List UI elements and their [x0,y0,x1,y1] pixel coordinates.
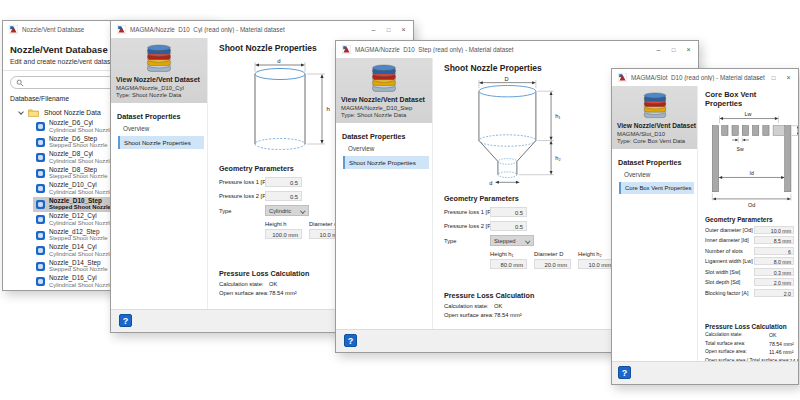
parameter-value-field[interactable]: 2.0 [754,289,794,297]
tree-item-text: Nozzle_D10_Step Stepped Shoot Nozzle [49,198,111,211]
dataset-path: MAGMA/Nozzle_D10_Cyl [116,85,202,91]
dimension-label: Height h₂ [578,251,615,257]
calc-value: OK [769,332,794,338]
close-button[interactable]: × [396,21,411,38]
dimension-value-field[interactable]: 80.0 mm [490,259,527,269]
nav-group-overview: Overview [123,125,207,132]
tree-item-desc: Stepped Shoot Nozzle [49,143,108,149]
parameter-value-field[interactable]: 10.0 mm [754,226,794,234]
tree-item-desc: Stepped Shoot Nozzle [49,236,108,242]
parameter-value-field[interactable]: 6 [754,247,794,255]
nav-section-heading: Dataset Properties [342,132,426,141]
calc-row: Calculation state: OK [705,332,794,338]
help-button[interactable]: ? [344,334,357,347]
parameter-label: Type [219,208,265,214]
nav-group-overview: Overview [348,145,432,152]
tree-item-desc: Cylindrical Shoot Nozzle [49,128,113,134]
calc-row: Total surface area: 78.54 mm² [705,341,794,347]
search-icon [16,79,24,87]
sidebar-header: View Nozzle/Vent Dataset MAGMA/Nozzle_D1… [111,38,207,103]
nav-item-shoot-nozzle-properties[interactable]: Shoot Nozzle Properties [118,136,204,149]
calc-label: Open surface area: [705,349,747,355]
tree-item-name: Nozzle_D10_Cyl [49,182,113,188]
window-slot-d10: MAGMA/Slot_D10 (read only) - Material da… [611,68,799,385]
dim-label-d: d [489,180,492,186]
pressure-loss-calculation: Pressure Loss Calculation Calculation st… [705,323,794,362]
parameter-value-field[interactable]: 8.0 mm [754,257,794,265]
nav-item-core-box-vent-properties[interactable]: Core Box Vent Properties [619,182,694,194]
maximize-button[interactable]: □ [381,21,396,38]
help-button[interactable]: ? [119,314,132,327]
type-dropdown[interactable]: Stepped [490,235,534,246]
dataset-icon [36,138,45,147]
dataset-type: Type: Shoot Nozzle Data [341,112,427,118]
core-box-vent-diagram: Lw Sd Sw Id Od [707,111,798,210]
page-heading: Core Box Vent Properties [705,90,794,108]
dataset-icon [36,262,45,271]
maximize-button[interactable]: □ [766,69,781,86]
calc-value: 78.54 mm² [769,341,794,347]
parameter-value-field[interactable]: 2.0 mm [754,278,794,286]
tree-item-name: Nozzle_D14_Cyl [49,244,113,250]
tree-item-desc: Cylindrical Shoot Nozzle [49,283,113,289]
database-stack-icon [640,92,670,119]
dimension-value-field[interactable]: 20.0 mm [534,259,571,269]
minimize-button[interactable]: – [366,21,381,38]
dimension-value-field[interactable]: 100.0 mm [265,229,302,239]
close-button[interactable]: × [681,41,696,58]
tree-item-name: Nozzle_D12_Cyl [49,213,113,219]
dim-label-lw: Lw [745,111,752,117]
geometry-parameter-row: Outer diameter [Od] 10.0 mm [705,226,794,234]
tree-item-name: Nozzle_D6_Cyl [49,120,113,126]
parameter-label: Number of slots [705,248,754,254]
parameter-label: Pressure loss 2 [PL2] [219,193,265,199]
dimension-value-field[interactable]: 10.0 mm [578,259,615,269]
dataset-icon [36,246,45,255]
parameter-value-field[interactable]: 8.5 mm [754,236,794,244]
minimize-button[interactable]: – [651,41,666,58]
desktop: { "colors": { "accent_blue": "#1b66c9", … [0,0,800,400]
dim-label-h1: h₁ [555,113,560,119]
parameter-value-field[interactable]: 0.3 mm [754,268,794,276]
calc-value: 78.54 mm² [269,290,297,296]
pl2-field[interactable]: 0.5 [490,221,527,231]
calc-rows: Calculation state: OK Total surface area… [705,332,794,361]
tree-item-text: Nozzle_D14_Cyl Cylindrical Shoot Nozzle [49,244,113,257]
cylindric-nozzle-diagram: d h [225,58,343,158]
close-button[interactable]: × [781,69,796,86]
titlebar[interactable]: MAGMA/Slot_D10 (read only) - Material da… [612,69,798,86]
maximize-button[interactable]: □ [666,41,681,58]
window-title: Nozzle/Vent Database [22,26,84,33]
geometry-parameter-row: Slot width [Sw] 0.3 mm [705,268,794,276]
geometry-parameter-row: Ligament width [Lw] 8.0 mm [705,257,794,265]
dataset-sidebar: View Nozzle/Vent Dataset MAGMA/Nozzle_D1… [111,38,208,309]
nav-group-overview: Overview [624,171,697,178]
tree-item-desc: Cylindrical Shoot Nozzle [49,252,113,258]
app-icon [9,25,18,34]
calc-value: OK [494,303,502,309]
tree-item-text: Nozzle_D10_Cyl Cylindrical Shoot Nozzle [49,182,113,195]
titlebar[interactable]: MAGMA/Nozzle_D10_Cyl (read only) - Mater… [111,21,413,38]
app-icon [342,45,351,54]
nav-item-shoot-nozzle-properties[interactable]: Shoot Nozzle Properties [343,156,429,169]
dataset-icon [36,153,45,162]
pl1-field[interactable]: 0.5 [490,207,527,217]
dimension-label: Diameter D [534,251,571,257]
tree-item-text: Nozzle_D12_Cyl Cylindrical Shoot Nozzle [49,213,113,226]
parameter-label: Blocking factor [A] [705,290,754,296]
help-button[interactable]: ? [618,366,631,379]
titlebar[interactable]: MAGMA/Nozzle_D10_Step (read only) - Mate… [336,41,698,58]
tree-item-text: Nozzle_D16_Cyl Cylindrical Shoot Nozzle [49,275,113,288]
type-dropdown[interactable]: Cylindric [265,205,309,216]
pl1-field[interactable]: 0.5 [265,177,302,187]
sidebar-header: View Nozzle/Vent Dataset MAGMA/Slot_D10 … [612,86,697,149]
minimize-button[interactable]: – [751,69,766,86]
dimension-label: Height h [265,221,302,227]
pl2-field[interactable]: 0.5 [265,191,302,201]
dataset-sidebar: View Nozzle/Vent Dataset MAGMA/Slot_D10 … [612,86,698,361]
dim-label-sw: Sw [736,146,743,152]
dimension-column: Height h₂ 10.0 mm [578,251,615,269]
type-value: Stepped [494,238,516,244]
calc-label: Open surface area: [444,312,494,318]
view-dataset-heading: View Nozzle/Vent Dataset [341,96,427,103]
